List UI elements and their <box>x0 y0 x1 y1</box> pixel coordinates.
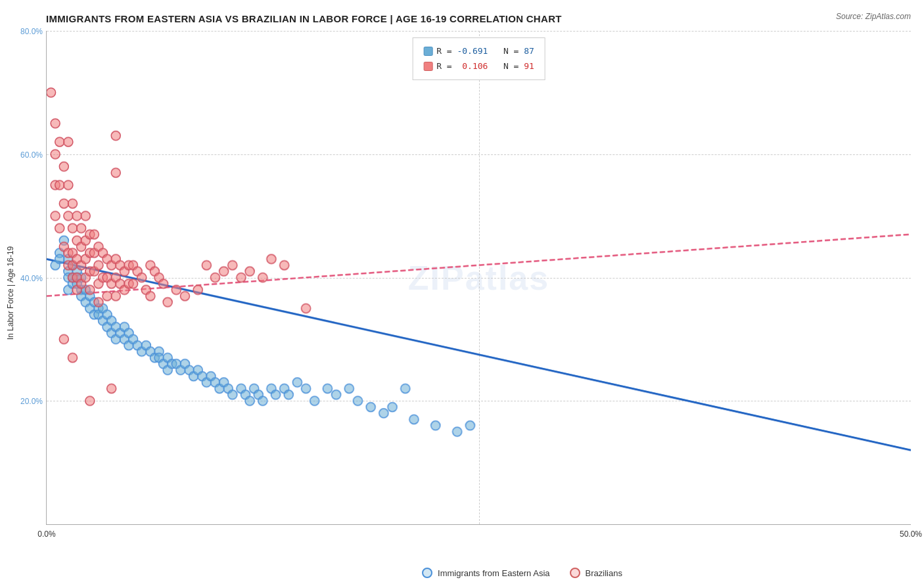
x-tick-0: 0.0% <box>37 530 55 539</box>
chart-bottom-legend: Immigrants from Eastern Asia Brazilians <box>422 568 622 578</box>
chart-container: IMMIGRANTS FROM EASTERN ASIA VS BRAZILIA… <box>0 0 924 586</box>
chart-title: IMMIGRANTS FROM EASTERN ASIA VS BRAZILIA… <box>46 13 911 24</box>
x-tick-50: 50.0% <box>900 530 922 539</box>
bottom-legend-label-blue: Immigrants from Eastern Asia <box>438 568 550 578</box>
y-axis-label: In Labor Force | Age 16-19 <box>6 246 15 340</box>
bottom-legend-pink: Brazilians <box>570 568 622 578</box>
bottom-legend-circle-blue <box>422 568 432 578</box>
scatter-canvas <box>47 31 911 524</box>
source-label: Source: ZipAtlas.com <box>836 12 911 21</box>
bottom-legend-circle-pink <box>570 568 580 578</box>
bottom-legend-label-pink: Brazilians <box>586 568 622 578</box>
bottom-legend-blue: Immigrants from Eastern Asia <box>422 568 550 578</box>
chart-area: ZIPatlas 80.0% 60.0% 40.0% 20.0% 0.0% 50… <box>46 31 911 525</box>
